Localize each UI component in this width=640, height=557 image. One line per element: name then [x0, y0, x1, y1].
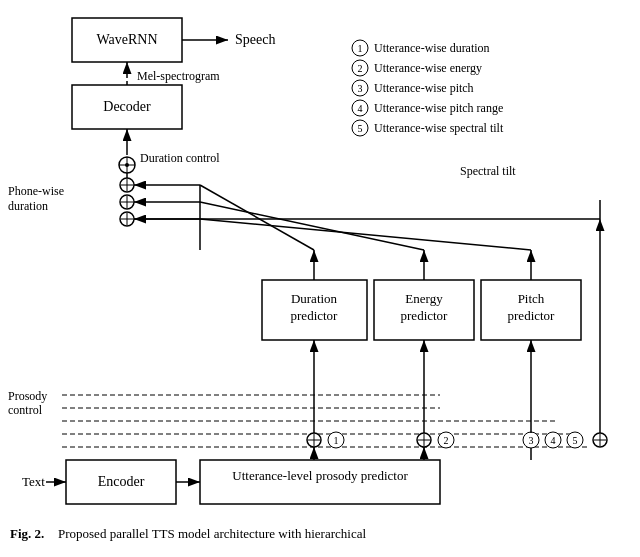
svg-text:3: 3 [358, 83, 363, 94]
energy-predictor-label2: predictor [401, 308, 449, 323]
svg-text:5: 5 [573, 435, 578, 446]
wavernn-label: WaveRNN [96, 32, 157, 47]
caption-text: Proposed parallel TTS model architecture… [58, 526, 366, 541]
phone-wise-duration-label2: duration [8, 199, 48, 213]
svg-line-28 [200, 202, 424, 250]
prosody-control-label: Prosody [8, 389, 47, 403]
text-label: Text [22, 474, 45, 489]
legend-item1: Utterance-wise duration [374, 41, 490, 55]
phone-wise-duration-label: Phone-wise [8, 184, 64, 198]
svg-text:4: 4 [551, 435, 556, 446]
energy-predictor-label: Energy [405, 291, 443, 306]
speech-label: Speech [235, 32, 275, 47]
spectral-tilt-label: Spectral tilt [460, 164, 516, 178]
pitch-predictor-label: Pitch [518, 291, 545, 306]
duration-control-label: Duration control [140, 151, 220, 165]
svg-text:1: 1 [334, 435, 339, 446]
utterance-predictor-label: Utterance-level prosody predictor [232, 468, 408, 483]
decoder-label: Decoder [103, 99, 151, 114]
duration-predictor-label: Duration [291, 291, 338, 306]
diagram-container: WaveRNN Speech Mel-spectrogram Decoder D… [0, 0, 640, 557]
svg-text:2: 2 [444, 435, 449, 446]
mel-spectrogram-label: Mel-spectrogram [137, 69, 220, 83]
svg-line-26 [200, 185, 314, 250]
duration-predictor-label2: predictor [291, 308, 339, 323]
svg-text:1: 1 [358, 43, 363, 54]
prosody-control-label2: control [8, 403, 43, 417]
legend-item5: Utterance-wise spectral tilt [374, 121, 504, 135]
encoder-label: Encoder [98, 474, 145, 489]
svg-text:5: 5 [358, 123, 363, 134]
svg-text:4: 4 [358, 103, 363, 114]
legend-item2: Utterance-wise energy [374, 61, 482, 75]
svg-text:3: 3 [529, 435, 534, 446]
svg-line-30 [200, 219, 531, 250]
caption-bold: Fig. 2. [10, 526, 44, 541]
svg-text:2: 2 [358, 63, 363, 74]
legend-item3: Utterance-wise pitch [374, 81, 474, 95]
legend-item4: Utterance-wise pitch range [374, 101, 503, 115]
pitch-predictor-label2: predictor [508, 308, 556, 323]
